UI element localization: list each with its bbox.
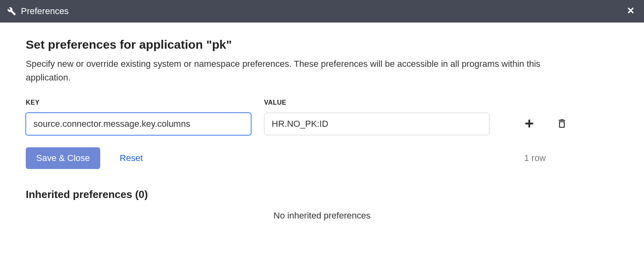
wrench-icon <box>7 7 16 16</box>
trash-icon <box>556 118 568 131</box>
reset-button[interactable]: Reset <box>120 153 142 163</box>
footer-actions: Save & Close Reset <box>26 147 143 169</box>
svg-rect-0 <box>561 122 561 126</box>
column-header-value: VALUE <box>264 99 287 106</box>
close-icon[interactable] <box>625 4 637 18</box>
titlebar: Preferences <box>0 0 644 23</box>
svg-rect-1 <box>561 122 562 126</box>
titlebar-left: Preferences <box>7 6 69 16</box>
plus-icon <box>523 118 535 131</box>
page-title: Set preferences for application "pk" <box>26 38 618 52</box>
content-area: Set preferences for application "pk" Spe… <box>0 23 644 229</box>
preference-row <box>26 113 618 135</box>
page-description: Specify new or override existing system … <box>26 57 541 85</box>
inherited-empty-message: No inherited preferences <box>26 210 618 221</box>
titlebar-title: Preferences <box>21 6 69 16</box>
delete-row-button[interactable] <box>555 116 569 132</box>
footer-row: Save & Close Reset 1 row <box>26 147 618 169</box>
kv-header-row: KEY VALUE <box>26 99 618 106</box>
svg-rect-2 <box>563 122 564 126</box>
column-header-key: KEY <box>26 99 39 106</box>
key-input[interactable] <box>26 113 251 135</box>
save-close-button[interactable]: Save & Close <box>26 147 100 169</box>
row-count-text: 1 row <box>524 153 546 163</box>
row-actions <box>522 116 569 132</box>
inherited-heading: Inherited preferences (0) <box>26 188 618 201</box>
add-row-button[interactable] <box>522 116 537 132</box>
value-input[interactable] <box>264 113 489 135</box>
